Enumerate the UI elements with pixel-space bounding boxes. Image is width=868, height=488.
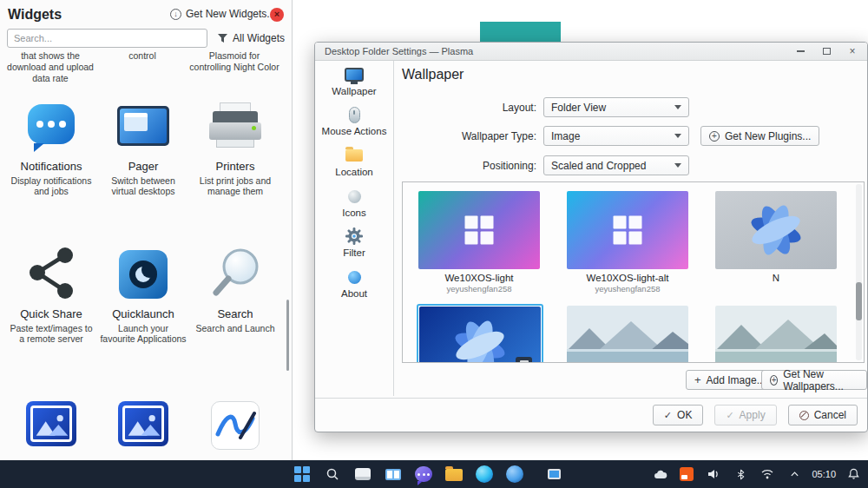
wifi-button[interactable] <box>758 462 777 486</box>
widget-explorer-panel: Widgets ↓ Get New Widgets... × All Widge… <box>0 0 293 460</box>
chat-app-button[interactable] <box>411 462 436 486</box>
cancel-button[interactable]: Cancel <box>788 405 858 425</box>
signature-widget-icon <box>189 398 281 458</box>
edge-browser-icon <box>476 465 493 483</box>
maximize-icon <box>823 48 831 55</box>
folder-icon <box>445 469 463 481</box>
get-new-widgets-button[interactable]: ↓ Get New Widgets... <box>170 8 275 20</box>
orange-tray-button[interactable] <box>677 462 696 486</box>
widget-description: Display notifications and jobs <box>8 175 95 196</box>
funnel-icon <box>217 33 228 43</box>
sidebar-item-about[interactable]: About <box>315 267 393 299</box>
close-button[interactable]: × <box>847 46 858 56</box>
close-icon: × <box>274 9 279 19</box>
sidebar-item-wallpaper[interactable]: Wallpaper <box>315 65 393 96</box>
virtual-desktops-button[interactable] <box>381 462 405 486</box>
widget-name: Pager <box>97 160 189 173</box>
pager-icon <box>97 97 189 158</box>
widget-name: Quick Share <box>5 307 97 320</box>
wallpaper-thumb-we10xos-light[interactable]: We10XOS-light yeyushengfan258 <box>418 191 540 293</box>
wallpaper-source-badge <box>516 357 532 363</box>
folder-icon <box>345 149 363 162</box>
layout-label: Layout: <box>402 102 536 114</box>
wallpaper-preview <box>419 307 541 363</box>
window-titlebar[interactable]: Desktop Folder Settings — Plasma × <box>315 43 867 61</box>
layout-dropdown[interactable]: Folder View <box>543 97 689 117</box>
task-view-button[interactable] <box>351 462 375 486</box>
notifications-tray-button[interactable] <box>844 462 863 486</box>
grid-scrollbar-thumb[interactable] <box>856 282 862 320</box>
file-manager-button[interactable] <box>442 462 466 486</box>
widget-item-quicklaunch[interactable]: Quicklaunch Launch your favourite Applic… <box>97 245 189 344</box>
widget-item-notifications[interactable]: Notifications Display notifications and … <box>5 97 97 196</box>
running-app-button[interactable] <box>544 462 563 486</box>
widget-item-pager[interactable]: Pager Switch between virtual desktops <box>97 97 189 196</box>
widget-item-clipped[interactable] <box>97 398 189 458</box>
tray-expand-button[interactable] <box>785 462 804 486</box>
volume-button[interactable] <box>704 462 723 486</box>
printers-icon <box>189 97 281 158</box>
chevron-up-icon <box>790 471 799 478</box>
get-new-wallpapers-button[interactable]: + Get New Wallpapers... <box>761 370 867 390</box>
picture-frame-widget-icon <box>5 398 97 458</box>
widget-description: Paste text/images to a remote server <box>8 323 95 344</box>
maximize-button[interactable] <box>821 46 832 56</box>
widget-description: Switch between virtual desktops <box>100 175 187 196</box>
bell-icon <box>847 467 860 481</box>
wallpaper-preview <box>567 306 688 363</box>
widget-item-printers[interactable]: Printers List print jobs and manage them <box>189 97 281 196</box>
apply-button[interactable]: ✓ Apply <box>714 405 776 425</box>
app-button[interactable] <box>503 462 527 486</box>
notifications-icon <box>5 97 97 158</box>
grid-scrollbar-track[interactable] <box>856 184 862 360</box>
taskbar-search-button[interactable] <box>320 462 345 486</box>
circle-plus-icon: + <box>770 375 778 386</box>
widget-name: Quicklaunch <box>97 307 189 320</box>
wallpaper-thumb-landscape[interactable] <box>715 306 837 363</box>
taskbar: 05:10 <box>0 460 868 488</box>
cloud-icon <box>652 468 667 480</box>
bluetooth-button[interactable] <box>731 462 750 486</box>
search-input[interactable] <box>7 29 207 48</box>
positioning-label: Positioning: <box>402 160 536 172</box>
quicklaunch-icon <box>97 245 189 306</box>
sidebar-item-filter[interactable]: Filter <box>315 227 393 258</box>
windows-logo-icon <box>465 216 494 245</box>
wallpaper-thumb-selected[interactable] <box>417 304 543 363</box>
check-icon: ✓ <box>726 410 733 421</box>
widget-item-search[interactable]: Search Search and Launch <box>189 245 281 333</box>
close-panel-button[interactable]: × <box>270 8 284 22</box>
chevron-down-icon <box>674 105 681 109</box>
positioning-dropdown[interactable]: Scaled and Cropped <box>543 155 689 175</box>
browser-button[interactable] <box>472 462 496 486</box>
get-new-plugins-button[interactable]: + Get New Plugins... <box>700 126 819 146</box>
desktops-icon <box>385 469 401 480</box>
sidebar-item-mouse-actions[interactable]: Mouse Actions <box>315 105 393 136</box>
wallpaper-type-dropdown[interactable]: Image <box>543 126 689 146</box>
bloom-icon <box>419 307 541 363</box>
start-button[interactable] <box>290 462 314 486</box>
plus-icon: + <box>694 373 701 386</box>
sidebar-item-icons[interactable]: Icons <box>315 187 393 218</box>
ok-button[interactable]: ✓ OK <box>653 405 704 425</box>
panel-scrollbar[interactable] <box>286 300 289 371</box>
widget-filter-dropdown[interactable]: All Widgets <box>217 32 285 44</box>
orange-app-icon <box>680 467 694 481</box>
widget-item-clipped[interactable] <box>5 398 97 458</box>
widget-item-clipped[interactable] <box>189 398 281 458</box>
wallpaper-thumb-landscape[interactable] <box>567 306 688 363</box>
clipped-widget-description: Plasmoid for controlling Night Color <box>189 50 279 73</box>
wallpaper-thumb-we10xos-light-alt[interactable]: We10XOS-light-alt yeyushengfan258 <box>567 191 688 293</box>
widget-item-quick-share[interactable]: Quick Share Paste text/images to a remot… <box>5 245 97 344</box>
wallpaper-thumb-n[interactable]: N <box>715 191 837 284</box>
cloud-tray-button[interactable] <box>650 462 669 486</box>
sidebar-item-location[interactable]: Location <box>315 146 393 177</box>
dialog-button-bar: ✓ OK ✓ Apply Cancel <box>315 398 867 432</box>
wifi-icon <box>760 468 774 480</box>
task-view-icon <box>355 468 371 480</box>
clock[interactable]: 05:10 <box>812 469 836 479</box>
check-icon: ✓ <box>664 410 672 421</box>
blue-app-icon <box>506 465 523 483</box>
minimize-button[interactable] <box>795 46 806 56</box>
widget-name: Search <box>189 307 281 320</box>
